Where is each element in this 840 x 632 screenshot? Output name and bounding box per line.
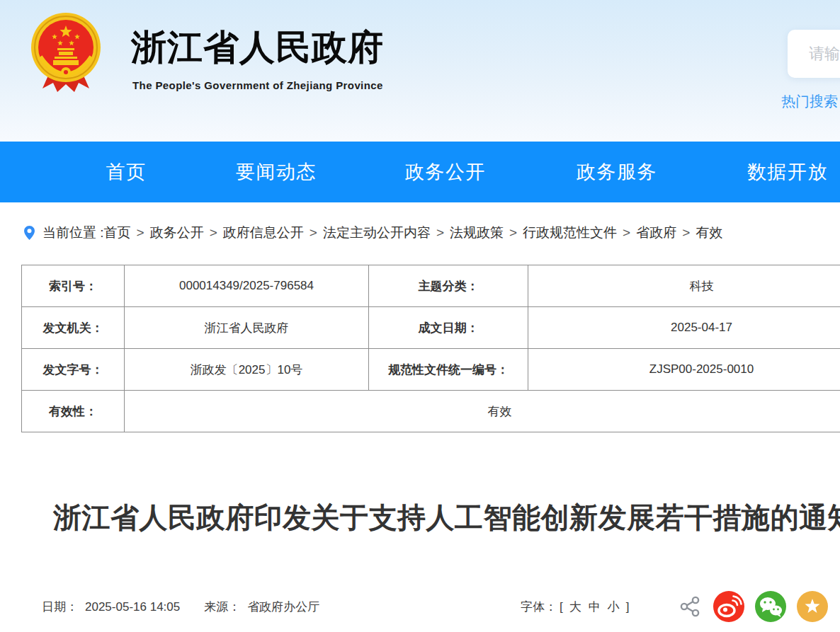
- breadcrumb-separator: >: [210, 225, 217, 241]
- table-row: 有效性： 有效: [22, 391, 840, 432]
- site-title: 浙江省人民政府: [131, 24, 384, 71]
- share-icon[interactable]: [679, 595, 701, 618]
- topic-category-value: 科技: [528, 265, 840, 307]
- validity-value: 有效: [125, 391, 840, 432]
- breadcrumb-separator: >: [509, 225, 517, 241]
- doc-number-label: 发文字号：: [22, 349, 125, 391]
- font-size-medium-button[interactable]: 中: [589, 600, 601, 614]
- font-size-control: 字体：[大中小]: [521, 599, 632, 615]
- issue-date-value: 2025-04-17: [528, 307, 840, 349]
- site-subtitle: The People's Government of Zhejiang Prov…: [132, 79, 383, 91]
- font-size-large-button[interactable]: 大: [569, 600, 581, 614]
- hot-search-link[interactable]: 热门搜索: [781, 92, 838, 111]
- browser-viewport: 浙江省人民政府 The People's Government of Zheji…: [0, 0, 840, 632]
- source-label: 来源：: [204, 600, 240, 614]
- breadcrumb-item-normative-docs[interactable]: 行政规范性文件: [523, 224, 617, 242]
- nav-item-news[interactable]: 要闻动态: [236, 142, 317, 202]
- weibo-share-icon[interactable]: [713, 591, 744, 622]
- nav-item-home[interactable]: 首页: [106, 142, 147, 202]
- validity-label: 有效性：: [22, 391, 125, 432]
- location-pin-icon: [23, 225, 35, 241]
- index-number-value: 000014349/2025-796584: [125, 265, 369, 307]
- source-value: 省政府办公厅: [247, 600, 319, 614]
- breadcrumb-separator: >: [310, 225, 317, 241]
- font-size-small-button[interactable]: 小: [608, 600, 620, 614]
- issuing-agency-label: 发文机关：: [22, 307, 125, 349]
- site-header: 浙江省人民政府 The People's Government of Zheji…: [0, 0, 840, 142]
- breadcrumb-item-valid[interactable]: 有效: [696, 224, 722, 242]
- breadcrumb-item-policies[interactable]: 法规政策: [450, 224, 504, 242]
- breadcrumb-separator: >: [682, 225, 690, 241]
- date-label: 日期：: [42, 600, 78, 614]
- breadcrumb-separator: >: [137, 225, 144, 241]
- page: 浙江省人民政府 The People's Government of Zheji…: [0, 0, 840, 632]
- date-value: 2025-05-16 14:05: [85, 600, 180, 614]
- issuing-agency-value: 浙江省人民政府: [125, 307, 369, 349]
- breadcrumb-prefix: 当前位置 :: [42, 224, 104, 242]
- article-title: 浙江省人民政府印发关于支持人工智能创新发展若干措施的通知: [53, 498, 840, 537]
- breadcrumb-separator: >: [436, 225, 444, 241]
- breadcrumb-item-home[interactable]: 首页: [104, 224, 131, 242]
- breadcrumb: 当前位置 : 首页 > 政务公开 > 政府信息公开 > 法定主动公开内容 > 法…: [23, 224, 722, 242]
- main-nav: 首页 要闻动态 政务公开 政务服务 数据开放: [0, 142, 840, 202]
- breadcrumb-item-provincial-gov[interactable]: 省政府: [636, 224, 676, 242]
- nav-item-open-data[interactable]: 数据开放: [747, 142, 828, 202]
- breadcrumb-item-gov-info-open[interactable]: 政府信息公开: [223, 224, 304, 242]
- unified-number-label: 规范性文件统一编号：: [369, 349, 528, 391]
- breadcrumb-separator: >: [623, 225, 630, 241]
- table-row: 发文机关： 浙江省人民政府 成文日期： 2025-04-17: [22, 307, 840, 349]
- font-size-label: 字体：: [521, 600, 557, 614]
- search-input[interactable]: [788, 30, 840, 78]
- qzone-star-share-icon[interactable]: [797, 591, 828, 622]
- document-info-table: 索引号： 000014349/2025-796584 主题分类： 科技 发文机关…: [21, 265, 840, 432]
- wechat-share-icon[interactable]: [755, 591, 786, 622]
- topic-category-label: 主题分类：: [369, 265, 528, 307]
- unified-number-value: ZJSP00-2025-0010: [528, 349, 840, 391]
- article-meta: 日期：2025-05-16 14:05来源：省政府办公厅: [42, 599, 319, 615]
- bracket-open: [: [560, 600, 563, 614]
- bracket-close: ]: [626, 600, 630, 614]
- nav-item-gov-info[interactable]: 政务公开: [405, 142, 486, 202]
- table-row: 索引号： 000014349/2025-796584 主题分类： 科技: [22, 265, 840, 307]
- breadcrumb-item-statutory[interactable]: 法定主动公开内容: [323, 224, 431, 242]
- index-number-label: 索引号：: [22, 265, 125, 307]
- issue-date-label: 成文日期：: [369, 307, 528, 349]
- nav-item-gov-services[interactable]: 政务服务: [577, 142, 657, 202]
- search-box: [788, 30, 840, 78]
- doc-number-value: 浙政发〔2025〕10号: [125, 349, 369, 391]
- breadcrumb-item-gov-info[interactable]: 政务公开: [150, 224, 204, 242]
- table-row: 发文字号： 浙政发〔2025〕10号 规范性文件统一编号： ZJSP00-202…: [22, 349, 840, 391]
- national-emblem-icon[interactable]: [30, 8, 101, 98]
